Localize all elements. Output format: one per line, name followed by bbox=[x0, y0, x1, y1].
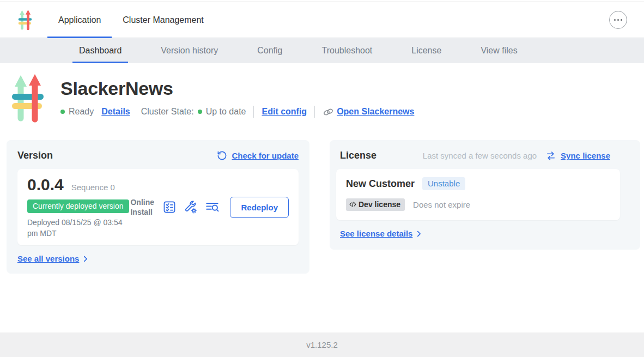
console-version-label: v1.125.2 bbox=[306, 340, 338, 349]
see-license-details-link[interactable]: See license details bbox=[340, 229, 423, 238]
code-icon bbox=[349, 201, 356, 208]
top-nav-tabs: Application Cluster Management bbox=[47, 2, 215, 38]
app-header: SlackerNews Ready Details Cluster State:… bbox=[0, 63, 644, 124]
version-card-title: Version bbox=[17, 150, 53, 161]
tab-troubleshoot[interactable]: Troubleshoot bbox=[315, 38, 379, 63]
sync-license-button[interactable]: Sync license bbox=[545, 150, 610, 161]
deployed-status-badge: Currently deployed version bbox=[27, 199, 129, 213]
ellipsis-icon bbox=[614, 19, 616, 21]
sync-arrows-icon bbox=[545, 150, 556, 161]
app-status-dot bbox=[60, 110, 65, 114]
console-footer: v1.125.2 bbox=[0, 332, 644, 357]
install-type-label: Online Install bbox=[130, 197, 155, 217]
edit-config-button[interactable] bbox=[184, 200, 198, 214]
last-synced-label: Last synced a few seconds ago bbox=[423, 151, 537, 160]
version-sequence: Sequence 0 bbox=[71, 183, 115, 192]
tab-application-label: Application bbox=[58, 15, 101, 25]
divider bbox=[314, 106, 315, 118]
open-app-label: Open Slackernews bbox=[337, 107, 414, 117]
open-app-link[interactable]: Open Slackernews bbox=[323, 106, 414, 118]
details-link[interactable]: Details bbox=[101, 107, 130, 117]
top-navbar: Application Cluster Management bbox=[0, 2, 644, 38]
see-all-versions-link[interactable]: See all versions bbox=[17, 254, 89, 263]
version-number: 0.0.4 bbox=[27, 176, 64, 194]
check-for-update-label: Check for update bbox=[232, 151, 299, 160]
divider bbox=[253, 106, 254, 118]
license-card: License Last synced a few seconds ago Sy… bbox=[330, 140, 640, 250]
check-for-update-button[interactable]: Check for update bbox=[217, 150, 299, 161]
chevron-right-icon bbox=[82, 255, 89, 263]
preflight-checks-button[interactable] bbox=[162, 200, 177, 214]
chevron-right-icon bbox=[415, 230, 423, 238]
tab-cluster-management[interactable]: Cluster Management bbox=[112, 2, 215, 38]
customer-name: New Customer bbox=[346, 178, 415, 190]
license-card-title: License bbox=[340, 150, 376, 161]
license-summary-panel: New Customer Unstable Dev license Does n… bbox=[336, 169, 620, 220]
current-version-panel: 0.0.4 Sequence 0 Currently deployed vers… bbox=[17, 169, 299, 245]
page-title: SlackerNews bbox=[60, 78, 414, 99]
license-type-badge: Dev license bbox=[346, 198, 405, 211]
channel-badge: Unstable bbox=[422, 177, 465, 190]
link-icon bbox=[323, 106, 334, 118]
app-subnav: Dashboard Version history Config Trouble… bbox=[0, 38, 644, 63]
refresh-icon bbox=[217, 150, 227, 161]
cluster-state-label: Cluster State: bbox=[141, 107, 194, 117]
slackernews-app-logo bbox=[12, 74, 44, 124]
wrench-gear-icon bbox=[184, 200, 198, 214]
view-logs-button[interactable] bbox=[205, 200, 220, 214]
deployed-timestamp: Deployed 08/15/25 @ 03:54 pm MDT bbox=[27, 217, 130, 239]
license-expiration: Does not expire bbox=[413, 200, 470, 209]
app-status-row: Ready Details Cluster State: Up to date … bbox=[60, 106, 414, 118]
tab-dashboard[interactable]: Dashboard bbox=[72, 38, 128, 63]
logs-search-icon bbox=[205, 200, 220, 214]
cluster-state-dot bbox=[198, 110, 202, 114]
version-card: Version Check for update 0.0.4 Sequence … bbox=[7, 140, 309, 274]
redeploy-button[interactable]: Redeploy bbox=[230, 197, 289, 218]
tab-view-files[interactable]: View files bbox=[474, 38, 524, 63]
app-status-label: Ready bbox=[69, 107, 94, 117]
tab-application[interactable]: Application bbox=[47, 2, 112, 38]
tab-license[interactable]: License bbox=[405, 38, 448, 63]
dashboard-cards: Version Check for update 0.0.4 Sequence … bbox=[7, 140, 640, 274]
overflow-menu-button[interactable] bbox=[609, 11, 627, 29]
tab-config[interactable]: Config bbox=[251, 38, 289, 63]
tab-version-history[interactable]: Version history bbox=[154, 38, 224, 63]
tab-cluster-management-label: Cluster Management bbox=[123, 15, 204, 25]
sync-license-label: Sync license bbox=[561, 151, 610, 160]
slackernews-logo-icon bbox=[18, 10, 32, 31]
checklist-icon bbox=[162, 200, 177, 214]
cluster-state-value: Up to date bbox=[206, 107, 246, 117]
edit-config-link[interactable]: Edit config bbox=[262, 107, 307, 117]
